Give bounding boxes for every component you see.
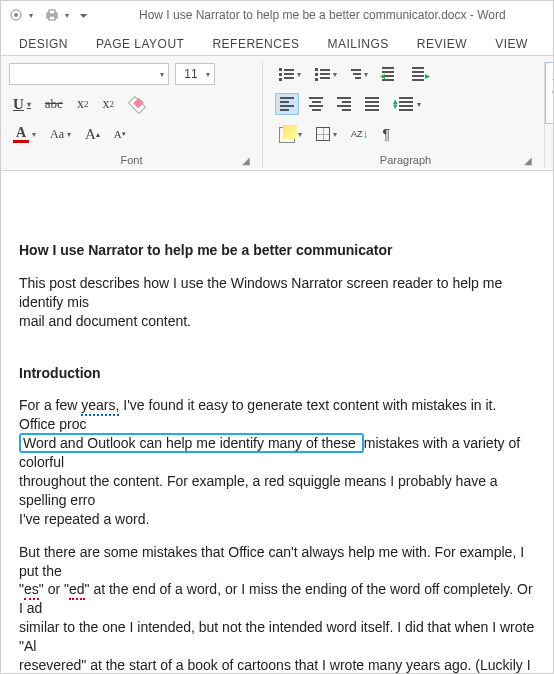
font-size-value: 11 xyxy=(184,67,197,81)
align-center-button[interactable] xyxy=(305,93,327,115)
align-right-icon xyxy=(337,97,351,111)
spell-squiggle-ed: ed xyxy=(69,581,85,600)
grammar-squiggle-years: years, xyxy=(81,397,119,416)
shading-button[interactable]: ▾ xyxy=(275,123,306,145)
underline-button[interactable]: U▾ xyxy=(9,93,35,115)
tab-references[interactable]: REFERENCES xyxy=(212,33,299,55)
bullets-icon xyxy=(279,68,294,81)
sort-button[interactable]: ↓ xyxy=(347,123,373,145)
paragraph-3: But there are some mistakes that Office … xyxy=(19,543,535,674)
sort-icon xyxy=(351,129,363,139)
font-dialog-launcher[interactable]: ◢ xyxy=(240,154,252,166)
touch-mode-icon[interactable] xyxy=(7,6,25,24)
strikethrough-button[interactable]: abc xyxy=(41,93,67,115)
underline-label: U xyxy=(13,96,24,113)
decrease-indent-icon: ◂ xyxy=(382,67,398,81)
superscript-button[interactable]: x2 xyxy=(98,93,118,115)
window-title: How I use Narrator to help me be a bette… xyxy=(139,8,506,22)
heading-introduction: Introduction xyxy=(19,364,535,383)
justify-button[interactable] xyxy=(361,93,383,115)
title-bar: ▾ ▾ ⏷ How I use Narrator to help me be a… xyxy=(1,1,553,29)
svg-rect-3 xyxy=(49,10,55,14)
multilevel-list-button[interactable]: ▾ xyxy=(347,63,372,85)
doc-title: How I use Narrator to help me be a bette… xyxy=(19,241,535,260)
svg-point-1 xyxy=(14,13,18,17)
font-color-icon: A xyxy=(13,126,29,143)
quick-print-icon[interactable] xyxy=(43,6,61,24)
qat-dropdown-2[interactable]: ▾ xyxy=(65,11,69,20)
group-font: 11 U▾ abc x2 x2 A ▾ Aa▾ A▴ A▾ Font ◢ xyxy=(1,62,263,168)
grow-font-button[interactable]: A▴ xyxy=(81,123,104,145)
bullets-button[interactable]: ▾ xyxy=(275,63,305,85)
font-group-label: Font ◢ xyxy=(9,152,254,168)
increase-indent-button[interactable]: ▸ xyxy=(408,63,432,85)
line-spacing-button[interactable]: ▴▾ ▾ xyxy=(389,93,425,115)
styles-gallery[interactable]: AaBb ¶ Nor xyxy=(545,62,554,124)
numbering-icon xyxy=(315,68,330,81)
increase-indent-icon: ▸ xyxy=(412,67,428,81)
font-color-button[interactable]: A ▾ xyxy=(9,123,40,145)
font-size-combo[interactable]: 11 xyxy=(175,63,215,85)
align-right-button[interactable] xyxy=(333,93,355,115)
shading-icon xyxy=(279,127,295,141)
tab-mailings[interactable]: MAILINGS xyxy=(327,33,388,55)
align-center-icon xyxy=(309,97,323,111)
align-left-icon xyxy=(280,97,294,111)
decrease-indent-button[interactable]: ◂ xyxy=(378,63,402,85)
clear-formatting-button[interactable] xyxy=(124,93,148,115)
borders-icon xyxy=(316,127,330,141)
paragraph-2: For a few years, I've found it easy to g… xyxy=(19,396,535,528)
ribbon-tabs: DESIGN PAGE LAYOUT REFERENCES MAILINGS R… xyxy=(1,29,553,55)
show-hide-marks-button[interactable] xyxy=(379,123,395,145)
spacing-lines-icon xyxy=(399,97,413,111)
spell-squiggle-resevered: resevered xyxy=(19,657,81,674)
font-name-combo[interactable] xyxy=(9,63,169,85)
document-page[interactable]: How I use Narrator to help me be a bette… xyxy=(1,171,553,674)
tab-review[interactable]: REVIEW xyxy=(417,33,467,55)
group-paragraph: ▾ ▾ ▾ ◂ ▸ xyxy=(263,62,545,168)
paragraph-1: This post describes how I use the Window… xyxy=(19,274,535,331)
spell-squiggle-es: es xyxy=(24,581,39,600)
paragraph-group-label: Paragraph ◢ xyxy=(275,152,536,168)
quick-access-toolbar: ▾ ▾ ⏷ xyxy=(7,6,89,24)
tab-page-layout[interactable]: PAGE LAYOUT xyxy=(96,33,184,55)
qat-dropdown-1[interactable]: ▾ xyxy=(29,11,33,20)
shrink-font-button[interactable]: A▾ xyxy=(110,123,130,145)
numbering-button[interactable]: ▾ xyxy=(311,63,341,85)
justify-icon xyxy=(365,97,379,111)
multilevel-icon xyxy=(351,69,361,79)
eraser-icon xyxy=(128,96,144,112)
subscript-button[interactable]: x2 xyxy=(73,93,93,115)
paragraph-dialog-launcher[interactable]: ◢ xyxy=(522,154,534,166)
align-left-button[interactable] xyxy=(275,93,299,115)
ribbon: 11 U▾ abc x2 x2 A ▾ Aa▾ A▴ A▾ Font ◢ xyxy=(1,55,553,171)
tab-view[interactable]: VIEW xyxy=(495,33,528,55)
borders-button[interactable]: ▾ xyxy=(312,123,341,145)
spacing-arrows-icon: ▴▾ xyxy=(393,99,398,110)
qat-customize-icon[interactable]: ⏷ xyxy=(79,10,89,21)
svg-rect-4 xyxy=(49,16,55,20)
narrator-highlight: Word and Outlook can help me identify ma… xyxy=(19,433,364,453)
change-case-button[interactable]: Aa▾ xyxy=(46,123,75,145)
tab-design[interactable]: DESIGN xyxy=(19,33,68,55)
